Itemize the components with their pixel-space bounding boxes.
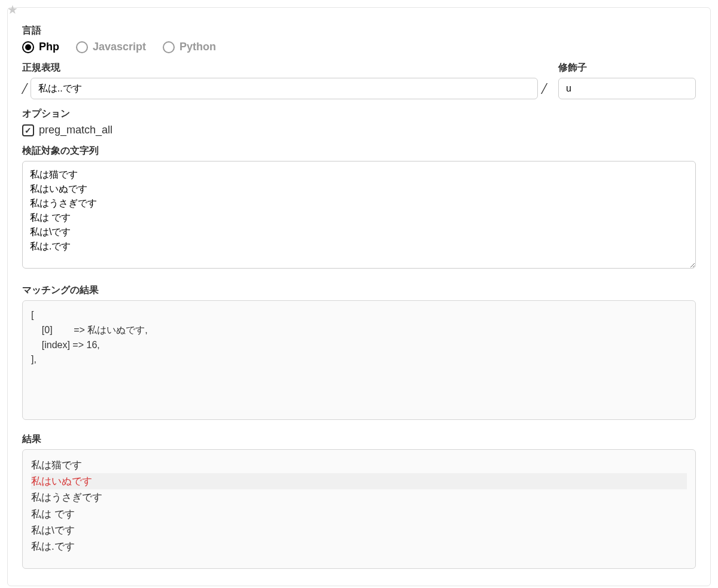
matching-result-box: [ [0] => 私はいぬです, [index] => 16, ], xyxy=(22,300,696,420)
result-line: 私は\です xyxy=(31,522,687,538)
star-icon: ★ xyxy=(7,2,18,17)
result-line: 私は.です xyxy=(31,538,687,555)
result-line: 私はいぬです xyxy=(31,473,687,489)
radio-circle-icon xyxy=(76,41,88,53)
radio-javascript[interactable]: Javascript xyxy=(76,41,146,53)
modifier-label: 修飾子 xyxy=(558,62,696,74)
radio-label-php: Php xyxy=(39,41,59,53)
slash-close: / xyxy=(541,79,546,98)
checkmark-icon: ✓ xyxy=(25,126,32,135)
result-line: 私は猫です xyxy=(31,457,687,473)
language-radio-group: Php Javascript Python xyxy=(22,41,696,53)
radio-label-python: Python xyxy=(180,41,216,53)
test-string-label: 検証対象の文字列 xyxy=(22,145,696,157)
matching-result-label: マッチングの結果 xyxy=(22,284,696,297)
language-label: 言語 xyxy=(22,25,696,37)
result-line: 私は です xyxy=(31,506,687,522)
radio-circle-icon xyxy=(22,41,34,53)
test-string-textarea[interactable] xyxy=(22,161,696,269)
final-result-label: 結果 xyxy=(22,433,696,446)
modifier-input[interactable] xyxy=(558,78,696,99)
radio-label-javascript: Javascript xyxy=(93,41,146,53)
preg-match-all-checkbox[interactable]: ✓ xyxy=(22,124,34,136)
radio-circle-icon xyxy=(163,41,175,53)
regex-input[interactable] xyxy=(31,78,538,99)
radio-php[interactable]: Php xyxy=(22,41,59,53)
preg-match-all-label: preg_match_all xyxy=(39,124,112,136)
options-label: オプション xyxy=(22,108,696,120)
radio-python[interactable]: Python xyxy=(163,41,216,53)
main-container: 言語 Php Javascript Python 正規表現 / / 修飾子 xyxy=(7,7,711,586)
regex-label: 正規表現 xyxy=(22,62,546,74)
final-result-box: 私は猫です私はいぬです私はうさぎです私は です私は\です私は.です xyxy=(22,449,696,569)
result-line: 私はうさぎです xyxy=(31,489,687,505)
slash-open: / xyxy=(22,79,27,98)
